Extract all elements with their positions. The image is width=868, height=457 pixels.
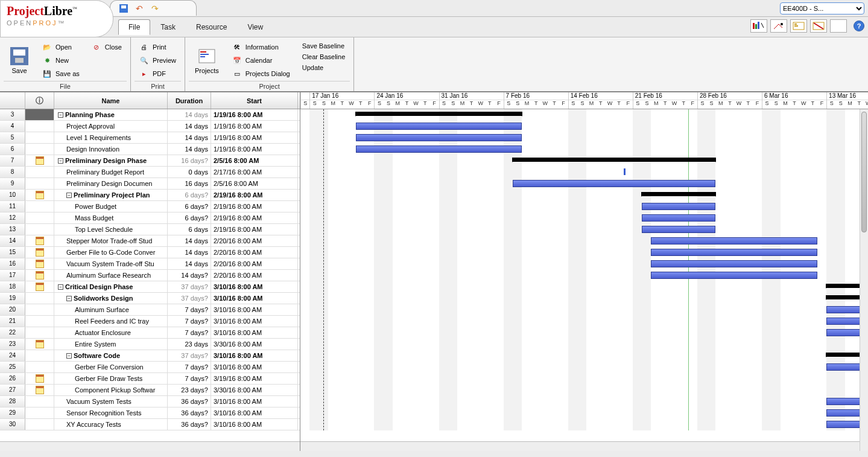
table-row[interactable]: 7−Preliminary Design Phase16 days?2/5/16… xyxy=(0,155,300,167)
task-bar[interactable] xyxy=(642,226,715,233)
table-row[interactable]: 20Aluminum Surface7 days?3/10/16 8:00 AM xyxy=(0,304,300,316)
table-row[interactable]: 21Reel Feeders and IC tray7 days?3/10/16… xyxy=(0,316,300,327)
collapse-icon[interactable]: − xyxy=(66,193,72,198)
table-row[interactable]: 27Component Pickup Softwar23 days?3/30/1… xyxy=(0,385,300,396)
table-row[interactable]: 16Vacuum System Trade-off Stu14 days2/20… xyxy=(0,258,300,270)
table-row[interactable]: 23Entire System23 days3/30/16 8:00 AM xyxy=(0,339,300,350)
svg-rect-1 xyxy=(121,5,126,8)
table-row[interactable]: 25Gerber File Conversion7 days?3/10/16 8… xyxy=(0,362,300,373)
task-bar[interactable] xyxy=(513,180,716,187)
calendar-button[interactable]: 📅Calendar xyxy=(230,54,293,66)
collapse-icon[interactable]: − xyxy=(66,296,72,301)
clear-baseline-button[interactable]: Clear Baseline xyxy=(300,52,348,62)
view-nousage-icon[interactable] xyxy=(810,19,827,33)
svg-rect-4 xyxy=(758,22,759,29)
view-tracking-icon[interactable] xyxy=(770,19,787,33)
project-group-label: Project xyxy=(189,81,350,91)
tab-task[interactable]: Task xyxy=(150,19,186,35)
table-row[interactable]: 5Level 1 Requirements14 days1/19/16 8:00… xyxy=(0,132,300,144)
table-row[interactable]: 17Aluminum Surface Research14 days?2/20/… xyxy=(0,270,300,281)
table-row[interactable]: 4Project Approval14 days1/19/16 8:00 AM xyxy=(0,121,300,132)
start-header[interactable]: Start xyxy=(211,92,298,109)
grid-hscroll[interactable] xyxy=(0,441,300,451)
collapse-icon[interactable]: − xyxy=(58,158,63,164)
saveas-button[interactable]: 💾Save as xyxy=(40,68,82,80)
print-button[interactable]: 🖨Print xyxy=(137,41,179,53)
svg-rect-11 xyxy=(13,50,25,56)
tab-view[interactable]: View xyxy=(237,19,273,35)
table-row[interactable]: 14Stepper Motor Trade-off Stud14 days2/2… xyxy=(0,235,300,247)
table-row[interactable]: 19−Solidworks Design37 days?3/10/16 8:00… xyxy=(0,293,300,304)
name-header[interactable]: Name xyxy=(54,92,168,109)
table-row[interactable]: 22Actuator Enclosure7 days?3/10/16 8:00 … xyxy=(0,327,300,339)
preview-button[interactable]: 🔍Preview xyxy=(137,54,179,66)
summary-bar[interactable] xyxy=(356,112,522,116)
gantt-vscroll[interactable] xyxy=(860,109,868,451)
table-row[interactable]: 24−Software Code37 days?3/10/16 8:00 AM xyxy=(0,350,300,362)
save-icon[interactable] xyxy=(119,4,128,13)
task-bar[interactable] xyxy=(651,272,817,279)
milestone-marker[interactable] xyxy=(624,168,626,175)
titlebar: ↶ ↷ EE400D - S... xyxy=(0,0,868,17)
table-row[interactable]: 26Gerber File Draw Tests7 days?3/19/16 8… xyxy=(0,373,300,385)
task-bar[interactable] xyxy=(356,134,522,141)
table-row[interactable]: 29Sensor Recognition Tests36 days?3/10/1… xyxy=(0,407,300,419)
task-bar[interactable] xyxy=(651,237,817,244)
gantt-hscroll[interactable] xyxy=(300,441,868,451)
tab-file[interactable]: File xyxy=(118,19,150,35)
summary-bar[interactable] xyxy=(642,192,715,196)
view-gantt-icon[interactable] xyxy=(750,19,767,33)
table-row[interactable]: 30XY Accuracy Tests36 days?3/10/16 8:00 … xyxy=(0,419,300,430)
close-button[interactable]: ⊘Close xyxy=(89,41,124,53)
new-button[interactable]: ✸New xyxy=(40,54,82,66)
file-group-label: File xyxy=(4,81,127,91)
table-row[interactable]: 11Power Budget6 days?2/19/16 8:00 AM xyxy=(0,201,300,213)
indicator-header[interactable]: ⓘ xyxy=(25,92,54,109)
update-button[interactable]: Update xyxy=(300,63,348,72)
open-button[interactable]: 📂Open xyxy=(40,41,82,53)
task-bar[interactable] xyxy=(356,123,522,130)
collapse-icon[interactable]: − xyxy=(58,112,63,118)
table-row[interactable]: 10−Preliminary Project Plan6 days?2/19/1… xyxy=(0,190,300,201)
collapse-icon[interactable]: − xyxy=(66,353,72,359)
table-row[interactable]: 28Vacuum System Tests36 days?3/10/16 8:0… xyxy=(0,396,300,407)
task-bar[interactable] xyxy=(651,249,817,256)
calendar-constraint-icon xyxy=(36,248,44,257)
tab-resource[interactable]: Resource xyxy=(186,19,237,35)
save-baseline-button[interactable]: Save Baseline xyxy=(300,41,348,51)
table-row[interactable]: 15Gerber File to G-Code Conver14 days2/2… xyxy=(0,247,300,258)
table-row[interactable]: 8Preliminary Budget Report0 days2/17/16 … xyxy=(0,167,300,178)
projects-dialog-button[interactable]: ▭Projects Dialog xyxy=(230,68,293,80)
timeline-header[interactable]: 17 Jan 16SSMTWTF24 Jan 16SSMTWTF31 Jan 1… xyxy=(300,92,868,109)
table-row[interactable]: 12Mass Budget6 days?2/19/16 8:00 AM xyxy=(0,213,300,224)
project-selector[interactable]: EE400D - S... xyxy=(780,2,864,14)
task-grid[interactable]: ⓘ Name Duration Start 3−Planning Phase14… xyxy=(0,92,300,451)
gantt-body[interactable] xyxy=(300,109,868,441)
table-row[interactable]: 18−Critical Design Phase37 days?3/10/16 … xyxy=(0,281,300,293)
task-bar[interactable] xyxy=(642,214,715,222)
task-bar[interactable] xyxy=(356,145,522,153)
task-bar[interactable] xyxy=(651,260,817,267)
information-button[interactable]: 🛠Information xyxy=(230,41,293,53)
task-bar[interactable] xyxy=(642,203,715,210)
gantt-chart[interactable]: 17 Jan 16SSMTWTF24 Jan 16SSMTWTF31 Jan 1… xyxy=(300,92,868,451)
table-row[interactable]: 6Design Innovation14 days1/19/16 8:00 AM xyxy=(0,144,300,155)
calendar-constraint-icon xyxy=(36,260,44,268)
collapse-icon[interactable]: − xyxy=(58,284,63,290)
view-usage-icon[interactable] xyxy=(790,19,807,33)
undo-icon[interactable]: ↶ xyxy=(135,4,144,13)
print-group-label: Print xyxy=(135,81,181,91)
projects-button[interactable]: Projects xyxy=(189,40,225,81)
view-blank-icon[interactable] xyxy=(830,19,847,33)
summary-bar[interactable] xyxy=(513,158,716,162)
svg-rect-14 xyxy=(200,51,206,53)
table-row[interactable]: 13Top Level Schedule6 days2/19/16 8:00 A… xyxy=(0,224,300,235)
save-button[interactable]: Save xyxy=(4,40,35,81)
rownum-header[interactable] xyxy=(0,92,25,109)
table-row[interactable]: 9Preliminary Design Documen16 days2/5/16… xyxy=(0,178,300,190)
duration-header[interactable]: Duration xyxy=(168,92,211,109)
pdf-button[interactable]: ▸PDF xyxy=(137,68,179,80)
help-icon[interactable]: ? xyxy=(854,21,864,31)
redo-icon[interactable]: ↷ xyxy=(150,4,160,13)
table-row[interactable]: 3−Planning Phase14 days1/19/16 8:00 AM xyxy=(0,109,300,121)
